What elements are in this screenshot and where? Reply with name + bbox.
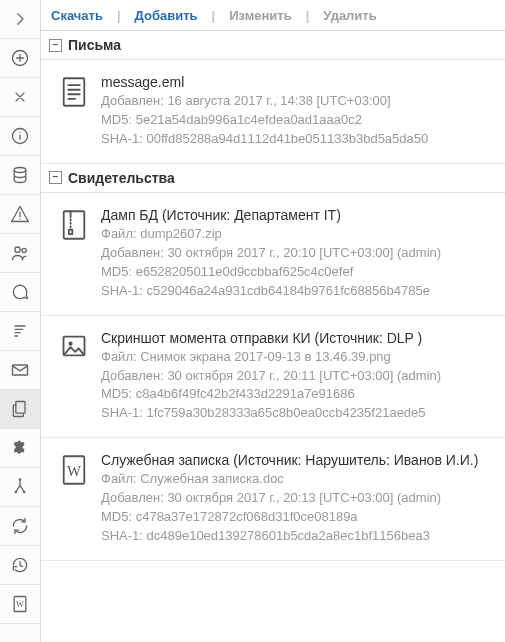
image-icon: [59, 328, 89, 360]
file-item[interactable]: message.emlДобавлен: 16 августа 2017 г.,…: [41, 60, 505, 164]
puzzle-icon: [10, 438, 30, 458]
file-meta-line: SHA-1: dc489e10ed139278601b5cda2a8ec1bf1…: [101, 527, 493, 546]
file-meta-line: SHA-1: 1fc759a30b28333a65c8b0ea0ccb4235f…: [101, 404, 493, 423]
file-meta-line: MD5: c478a37e172872cf068d31f0ce08189a: [101, 508, 493, 527]
plus-circle-sidebar-button[interactable]: [0, 39, 40, 78]
svg-rect-13: [64, 211, 85, 238]
svg-rect-12: [64, 78, 85, 105]
file-title: message.eml: [101, 72, 493, 92]
svg-point-9: [23, 491, 26, 494]
zip-icon: [59, 205, 89, 241]
file-item[interactable]: Скриншот момента отправки КИ (Источник: …: [41, 316, 505, 439]
history-icon: [10, 555, 30, 575]
file-meta-line: Файл: dump2607.zip: [101, 225, 493, 244]
file-item[interactable]: Дамп БД (Источник: Департамент IT)Файл: …: [41, 193, 505, 316]
word-doc-sidebar-button[interactable]: W: [0, 585, 40, 624]
documents-sidebar-button[interactable]: [0, 390, 40, 429]
svg-point-3: [15, 247, 20, 252]
svg-text:W: W: [67, 463, 81, 479]
file-meta-line: MD5: e6528205011e0d9ccbbaf625c4c0efef: [101, 263, 493, 282]
file-meta-line: SHA-1: 00ffd85288a94d1112d41be051133b3bd…: [101, 130, 493, 149]
svg-point-8: [15, 491, 18, 494]
database-sidebar-button[interactable]: [0, 156, 40, 195]
sync-sidebar-button[interactable]: [0, 507, 40, 546]
file-meta-line: Файл: Снимок экрана 2017-09-13 в 13.46.3…: [101, 348, 493, 367]
info-circle-sidebar-button[interactable]: [0, 117, 40, 156]
envelope-icon: [10, 360, 30, 380]
sort-lines-icon: [10, 321, 30, 341]
x-sidebar-button[interactable]: [0, 78, 40, 117]
puzzle-sidebar-button[interactable]: [0, 429, 40, 468]
delete-button[interactable]: Удалить: [323, 8, 376, 23]
file-title: Служебная записка (Источник: Нарушитель:…: [101, 450, 493, 470]
file-meta-line: Добавлен: 30 октября 2017 г., 20:13 [UTC…: [101, 489, 493, 508]
svg-point-2: [14, 168, 26, 173]
plus-circle-icon: [10, 48, 30, 68]
warning-triangle-sidebar-button[interactable]: [0, 195, 40, 234]
speech-bubble-sidebar-button[interactable]: [0, 273, 40, 312]
file-item[interactable]: WСлужебная записка (Источник: Нарушитель…: [41, 438, 505, 561]
word-icon: W: [59, 450, 89, 486]
info-circle-icon: [10, 126, 30, 146]
file-meta-line: Добавлен: 30 октября 2017 г., 20:11 [UTC…: [101, 367, 493, 386]
svg-rect-14: [69, 229, 72, 234]
history-sidebar-button[interactable]: [0, 546, 40, 585]
toolbar: Скачать | Добавить | Изменить | Удалить: [41, 0, 505, 31]
file-title: Дамп БД (Источник: Департамент IT): [101, 205, 493, 225]
users-sidebar-button[interactable]: [0, 234, 40, 273]
svg-point-16: [68, 341, 72, 345]
branch-icon: [10, 477, 30, 497]
file-meta-line: SHA-1: c529046a24a931cdb64184b9761fc6885…: [101, 282, 493, 301]
documents-icon: [10, 399, 30, 419]
download-button[interactable]: Скачать: [51, 8, 103, 23]
speech-bubble-icon: [10, 282, 30, 302]
svg-text:W: W: [16, 600, 24, 609]
file-meta-line: MD5: 5e21a54dab996a1c4efdea0ad1aaa0c2: [101, 111, 493, 130]
group-title: Письма: [68, 37, 121, 53]
file-meta-line: Добавлен: 30 октября 2017 г., 20:10 [UTC…: [101, 244, 493, 263]
database-icon: [10, 165, 30, 185]
sort-lines-sidebar-button[interactable]: [0, 312, 40, 351]
add-button[interactable]: Добавить: [135, 8, 198, 23]
warning-triangle-icon: [10, 204, 30, 224]
x-icon: [12, 89, 28, 105]
svg-point-7: [19, 478, 22, 481]
collapse-icon: −: [49, 171, 62, 184]
svg-rect-5: [13, 365, 28, 375]
svg-rect-6: [16, 402, 25, 414]
svg-point-4: [22, 248, 26, 252]
collapse-icon: −: [49, 39, 62, 52]
file-meta-line: Добавлен: 16 августа 2017 г., 14:38 [UTC…: [101, 92, 493, 111]
word-doc-icon: W: [10, 594, 30, 614]
chevron-right-icon: [11, 10, 29, 28]
branch-sidebar-button[interactable]: [0, 468, 40, 507]
file-meta-line: Файл: Служебная записка.doc: [101, 470, 493, 489]
group-header[interactable]: −Свидетельства: [41, 164, 505, 193]
text-doc-icon: [59, 72, 89, 108]
envelope-sidebar-button[interactable]: [0, 351, 40, 390]
group-title: Свидетельства: [68, 170, 175, 186]
chevron-right-sidebar-button[interactable]: [0, 0, 40, 39]
group-header[interactable]: −Письма: [41, 31, 505, 60]
file-title: Скриншот момента отправки КИ (Источник: …: [101, 328, 493, 348]
sync-icon: [10, 516, 30, 536]
file-meta-line: MD5: c8a4b6f49fc42b2f433d2291a7e91686: [101, 385, 493, 404]
edit-button[interactable]: Изменить: [229, 8, 292, 23]
users-icon: [10, 243, 30, 263]
